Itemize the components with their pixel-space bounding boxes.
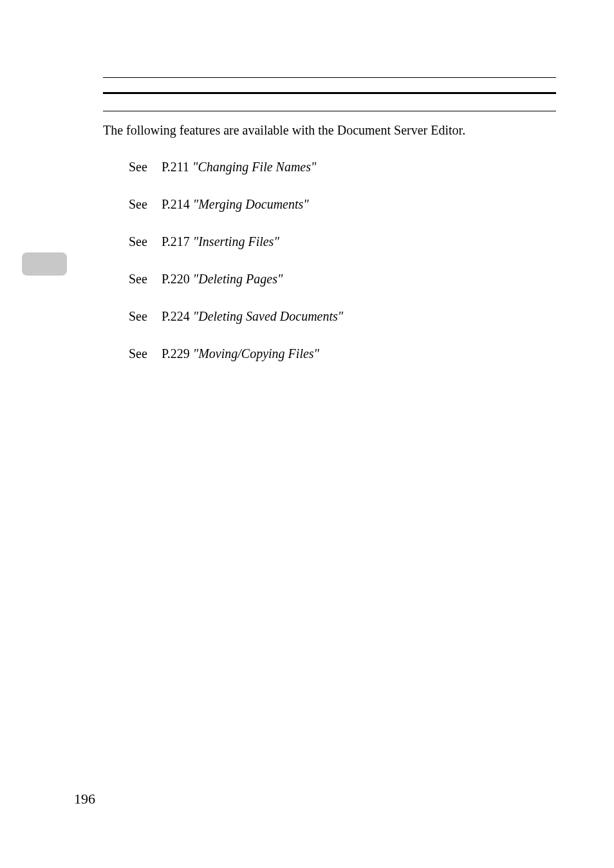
page-ref: P.220	[162, 272, 190, 286]
reference-title: "Inserting Files"	[193, 234, 279, 249]
reference-title: "Changing File Names"	[192, 160, 316, 174]
page-ref: P.224	[162, 309, 190, 323]
reference-item: See P.211 "Changing File Names"	[129, 158, 556, 176]
reference-item: See P.229 "Moving/Copying Files"	[129, 344, 556, 363]
reference-item: See P.220 "Deleting Pages"	[129, 270, 556, 288]
see-label: See	[129, 270, 147, 288]
page-content: The following features are available wit…	[0, 0, 614, 868]
rule-thin-top	[103, 77, 556, 78]
see-label: See	[129, 344, 147, 363]
page-ref: P.214	[162, 197, 190, 211]
reference-content: P.224 "Deleting Saved Documents"	[162, 307, 343, 325]
reference-title: "Deleting Pages"	[193, 272, 283, 286]
reference-title: "Moving/Copying Files"	[193, 346, 319, 361]
page-ref: P.229	[162, 346, 190, 361]
see-label: See	[129, 195, 147, 213]
rule-thin-bottom	[103, 111, 556, 111]
reference-item: See P.224 "Deleting Saved Documents"	[129, 307, 556, 325]
intro-paragraph: The following features are available wit…	[103, 120, 556, 140]
reference-title: "Merging Documents"	[193, 197, 309, 211]
reference-content: P.217 "Inserting Files"	[162, 232, 279, 250]
see-label: See	[129, 307, 147, 325]
reference-content: P.220 "Deleting Pages"	[162, 270, 283, 288]
rule-thick	[103, 92, 556, 94]
reference-list: See P.211 "Changing File Names" See P.21…	[103, 158, 556, 363]
see-label: See	[129, 232, 147, 250]
page-ref: P.217	[162, 234, 190, 249]
page-ref: P.211	[162, 160, 189, 174]
reference-content: P.211 "Changing File Names"	[162, 158, 317, 176]
reference-item: See P.214 "Merging Documents"	[129, 195, 556, 213]
reference-title: "Deleting Saved Documents"	[193, 309, 343, 323]
page-number: 196	[74, 791, 95, 807]
reference-content: P.214 "Merging Documents"	[162, 195, 309, 213]
reference-item: See P.217 "Inserting Files"	[129, 232, 556, 250]
see-label: See	[129, 158, 147, 176]
reference-content: P.229 "Moving/Copying Files"	[162, 344, 319, 363]
